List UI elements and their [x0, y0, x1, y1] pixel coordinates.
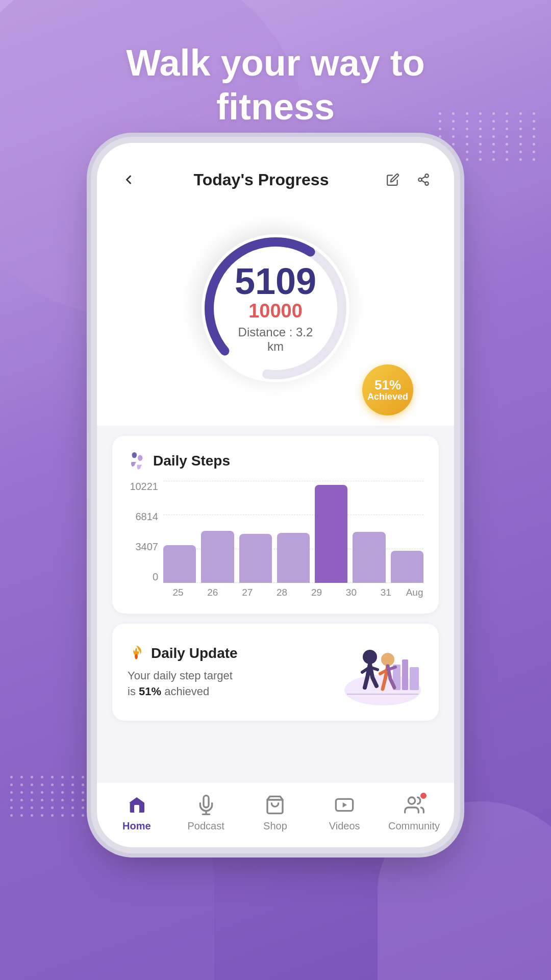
chart-x-labels: 25262728293031Aug	[163, 583, 423, 598]
svg-point-9	[138, 455, 143, 461]
update-left: Daily Update Your daily step target is 5…	[128, 645, 342, 700]
x-label-29: 29	[302, 587, 332, 598]
nav-home-label: Home	[122, 820, 151, 832]
y-label-3407: 3407	[128, 541, 158, 553]
daily-steps-card: Daily Steps 0 3407 6814 10221	[112, 436, 439, 614]
svg-line-3	[421, 181, 425, 183]
svg-rect-12	[402, 659, 408, 690]
hero-title: Walk your way to fitness	[0, 41, 551, 129]
runners-illustration	[342, 639, 423, 705]
distance-info: Distance : 3.2 km	[232, 325, 319, 354]
daily-update-card: Daily Update Your daily step target is 5…	[112, 624, 439, 721]
svg-point-8	[132, 452, 137, 458]
chart-grid	[163, 481, 423, 583]
y-label-0: 0	[128, 571, 158, 583]
y-label-6814: 6814	[128, 511, 158, 523]
x-label-25: 25	[163, 587, 193, 598]
x-label-30: 30	[336, 587, 366, 598]
bar-28	[277, 533, 310, 583]
community-icon	[402, 793, 427, 817]
bar-27	[239, 534, 272, 583]
nav-podcast[interactable]: Podcast	[181, 793, 232, 832]
header-actions	[383, 169, 434, 190]
progress-circle-container: 5109 10000 Distance : 3.2 km	[189, 222, 362, 395]
home-icon	[124, 793, 149, 817]
edit-button[interactable]	[383, 169, 403, 190]
chart-bars-wrapper: 25262728293031Aug	[163, 481, 423, 598]
bar-25	[163, 545, 196, 583]
page-title: Today's Progress	[194, 170, 329, 189]
svg-point-14	[363, 650, 377, 664]
nav-community-label: Community	[388, 820, 440, 832]
update-title: Daily Update	[151, 645, 238, 662]
svg-marker-22	[343, 802, 347, 807]
achieved-percent: 51%	[374, 378, 401, 391]
videos-icon	[332, 793, 357, 817]
podcast-icon	[194, 793, 218, 817]
goal-steps: 10000	[232, 300, 319, 323]
shop-icon	[263, 793, 287, 817]
x-label-aug: Aug	[406, 587, 423, 598]
nav-podcast-label: Podcast	[188, 820, 224, 832]
bar-30	[353, 532, 385, 583]
dot-pattern-bottom-left	[10, 776, 87, 878]
share-button[interactable]	[413, 169, 434, 190]
svg-point-15	[381, 653, 394, 666]
circle-center: 5109 10000 Distance : 3.2 km	[232, 263, 319, 354]
achieved-badge: 51% Achieved	[362, 364, 413, 415]
bar-29	[315, 485, 347, 583]
bottom-nav: Home Podcast	[97, 782, 454, 847]
progress-section: 5109 10000 Distance : 3.2 km 51% Achieve…	[97, 201, 454, 426]
card-header-steps: Daily Steps	[128, 451, 423, 471]
back-button[interactable]	[117, 168, 140, 191]
phone-frame: Today's Progress	[97, 143, 454, 847]
x-label-31: 31	[371, 587, 400, 598]
bars-row	[163, 481, 423, 583]
nav-shop[interactable]: Shop	[249, 793, 300, 832]
nav-community[interactable]: Community	[388, 793, 440, 832]
daily-steps-title: Daily Steps	[153, 453, 230, 469]
x-label-27: 27	[233, 587, 262, 598]
svg-point-23	[408, 797, 415, 804]
scroll-content[interactable]: 5109 10000 Distance : 3.2 km 51% Achieve…	[97, 201, 454, 782]
nav-shop-label: Shop	[263, 820, 287, 832]
x-label-26: 26	[198, 587, 228, 598]
bar-26	[201, 531, 234, 583]
svg-line-4	[421, 177, 425, 179]
phone-content: Today's Progress	[97, 143, 454, 847]
svg-rect-13	[410, 667, 419, 690]
nav-home[interactable]: Home	[111, 793, 162, 832]
nav-videos[interactable]: Videos	[319, 793, 370, 832]
notification-dot	[419, 792, 428, 800]
current-steps: 5109	[232, 263, 319, 300]
steps-icon	[128, 451, 147, 471]
nav-videos-label: Videos	[329, 820, 360, 832]
chart-y-labels: 0 3407 6814 10221	[128, 481, 163, 583]
fire-icon	[128, 645, 145, 662]
app-header: Today's Progress	[97, 143, 454, 201]
y-label-10221: 10221	[128, 481, 158, 493]
achieved-label: Achieved	[367, 391, 408, 402]
update-text: Your daily step target is 51% achieved	[128, 668, 342, 700]
svg-rect-17	[134, 805, 139, 813]
bar-31	[391, 551, 423, 583]
update-header: Daily Update	[128, 645, 342, 662]
x-label-28: 28	[267, 587, 297, 598]
